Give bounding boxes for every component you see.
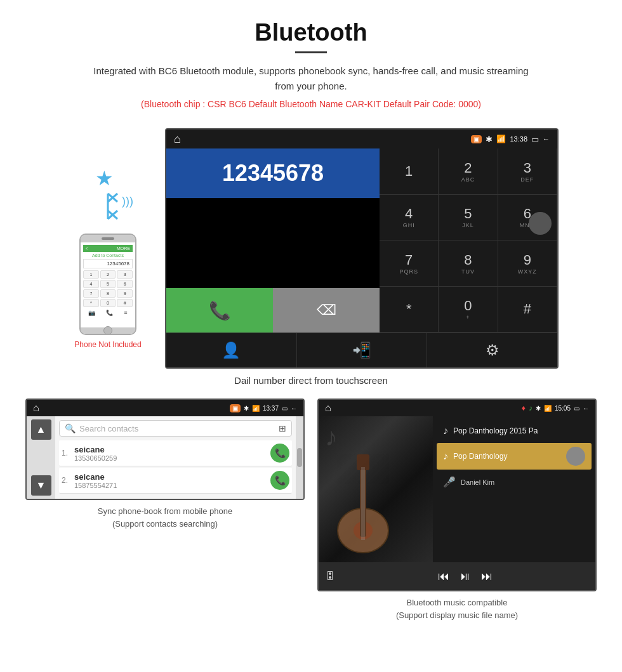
numpad-key-0[interactable]: 0 + bbox=[439, 287, 498, 333]
music-track-2-title: Pop Danthology bbox=[453, 452, 561, 461]
dialpad-orange-badge: ▣ bbox=[471, 135, 482, 143]
music-controls: 🎛 ⏮ ⏯ ⏭ bbox=[319, 562, 595, 590]
dial-call-button[interactable]: 📞 bbox=[166, 288, 273, 333]
sidebar-down-button[interactable]: ▼ bbox=[31, 475, 51, 496]
music-wifi-icon: 📶 bbox=[544, 405, 552, 412]
phone-key-hash: # bbox=[117, 299, 133, 307]
numpad-key-1[interactable]: 1 bbox=[380, 148, 439, 195]
contact-row-1: 1. seicane 13530650259 📞 bbox=[59, 440, 292, 466]
contacts-caption-line1: Sync phone-book from mobile phone bbox=[98, 506, 232, 516]
music-track-3-icon: 🎤 bbox=[443, 476, 456, 488]
phone-key-7: 7 bbox=[83, 289, 99, 298]
music-battery: ▭ bbox=[574, 405, 579, 412]
music-body: ♪ bbox=[319, 416, 595, 562]
phone-bottom-icons: 📷 📞 ≡ bbox=[83, 310, 133, 316]
nav-calls[interactable]: 📲 bbox=[297, 333, 428, 367]
dial-number-display: 12345678 bbox=[166, 148, 380, 198]
contacts-time: 13:37 bbox=[263, 405, 279, 412]
phone-number-display: 12345678 bbox=[83, 259, 133, 268]
contacts-orange-badge: ▣ bbox=[230, 404, 241, 412]
contacts-search-icon: 🔍 bbox=[65, 423, 76, 433]
dialpad-status-right: ▣ ✱ 📶 13:38 ▭ ← bbox=[471, 135, 550, 144]
dial-buttons: 📞 ⌫ bbox=[166, 288, 380, 333]
nav-contacts[interactable]: 👤 bbox=[166, 333, 297, 367]
contacts-screen: ⌂ ▣ ✱ 📶 13:37 ▭ ← ▲ ▼ bbox=[25, 399, 305, 500]
dialpad-screen: ⌂ ▣ ✱ 📶 13:38 ▭ ← 12345678 📞 bbox=[165, 128, 559, 369]
sidebar-up-button[interactable]: ▲ bbox=[31, 419, 51, 440]
contact-row-2: 2. seicane 15875554271 📞 bbox=[59, 468, 292, 494]
contact-2-call-button[interactable]: 📞 bbox=[270, 471, 289, 490]
music-prev-button[interactable]: ⏮ bbox=[438, 570, 449, 583]
contacts-bt-icon: ✱ bbox=[244, 405, 249, 412]
contacts-main: 🔍 Search contacts ⊞ 1. seicane 135306502… bbox=[55, 416, 296, 499]
music-back: ← bbox=[583, 405, 589, 412]
phone-more: MORE bbox=[117, 246, 130, 251]
music-next-button[interactable]: ⏭ bbox=[481, 570, 493, 583]
contacts-battery: ▭ bbox=[282, 405, 288, 412]
contacts-search-placeholder[interactable]: Search contacts bbox=[79, 424, 275, 433]
phone-key-9: 9 bbox=[117, 289, 133, 298]
numpad-key-star[interactable]: * bbox=[380, 287, 439, 333]
music-bt-icon: ✱ bbox=[536, 405, 541, 412]
numpad-key-3[interactable]: 3 DEF bbox=[498, 148, 557, 195]
numpad-key-8[interactable]: 8 TUV bbox=[439, 240, 498, 287]
numpad-key-2[interactable]: 2 ABC bbox=[439, 148, 498, 195]
page-title: Bluetooth bbox=[25, 19, 597, 46]
music-time: 15:05 bbox=[555, 405, 571, 412]
music-track-1[interactable]: ♪ Pop Danthology 2015 Pa bbox=[437, 421, 592, 440]
contacts-caption: Sync phone-book from mobile phone (Suppo… bbox=[98, 505, 232, 530]
bluetooth-icon-area: ★ ))) bbox=[95, 166, 121, 227]
numpad-key-6[interactable]: 6 MNO bbox=[498, 195, 557, 241]
contacts-search-bar: 🔍 Search contacts ⊞ bbox=[59, 420, 292, 437]
contact-1-call-button[interactable]: 📞 bbox=[270, 444, 289, 463]
music-item: ⌂ ♦ ♪ ✱ 📶 15:05 ▭ ← ♪ bbox=[317, 399, 597, 621]
call-icon: 📞 bbox=[209, 300, 231, 321]
dial-black-area bbox=[166, 198, 380, 288]
music-album-art: ♪ bbox=[319, 416, 433, 562]
music-track-3-artist: Daniel Kim bbox=[461, 478, 494, 486]
music-track-3[interactable]: 🎤 Daniel Kim bbox=[437, 472, 592, 492]
settings-nav-icon: ⚙ bbox=[486, 341, 500, 359]
nav-settings[interactable]: ⚙ bbox=[427, 333, 557, 367]
contact-1-num: 1. bbox=[62, 449, 74, 458]
music-equalizer-icon[interactable]: 🎛 bbox=[325, 570, 335, 582]
guitar-illustration bbox=[325, 442, 401, 556]
dialpad-status-bar: ⌂ ▣ ✱ 📶 13:38 ▭ ← bbox=[166, 129, 557, 148]
dialpad-left-panel: 12345678 📞 ⌫ bbox=[166, 148, 380, 333]
contacts-status-bar: ⌂ ▣ ✱ 📶 13:37 ▭ ← bbox=[27, 400, 303, 416]
dial-delete-button[interactable]: ⌫ bbox=[273, 288, 380, 333]
numpad-circle-indicator bbox=[529, 212, 552, 235]
contacts-nav-icon: 👤 bbox=[222, 341, 241, 359]
numpad-key-9[interactable]: 9 WXYZ bbox=[498, 240, 557, 287]
contacts-body: ▲ ▼ 🔍 Search contacts ⊞ 1. sei bbox=[27, 416, 303, 499]
music-icon2: ♪ bbox=[529, 404, 533, 412]
numpad-key-7[interactable]: 7 PQRS bbox=[380, 240, 439, 287]
bluetooth-symbol: ★ bbox=[95, 166, 121, 190]
bt-waves: ))) bbox=[122, 195, 133, 207]
dialpad-back-arrow: ← bbox=[543, 135, 550, 143]
contact-2-call-icon: 📞 bbox=[275, 475, 286, 485]
contact-1-name: seicane bbox=[74, 445, 270, 454]
phone-key-2: 2 bbox=[100, 270, 116, 279]
numpad-key-4[interactable]: 4 GHI bbox=[380, 195, 439, 241]
music-track-1-icon: ♪ bbox=[443, 425, 448, 437]
contacts-scrollbar[interactable] bbox=[296, 416, 303, 499]
music-caption-line1: Bluetooth music compatible bbox=[407, 598, 508, 607]
music-track-2[interactable]: ♪ Pop Danthology bbox=[437, 443, 592, 470]
contact-2-num: 2. bbox=[62, 476, 74, 485]
numpad-key-hash[interactable]: # bbox=[498, 287, 557, 333]
phone-bottom-bar bbox=[81, 327, 135, 334]
phone-screen: < MORE Add to Contacts 12345678 1 2 3 4 … bbox=[81, 242, 135, 327]
phone-home-button bbox=[103, 326, 112, 335]
music-track-2-icon: ♪ bbox=[443, 451, 448, 462]
contact-2-name: seicane bbox=[74, 472, 270, 482]
phone-key-1: 1 bbox=[83, 270, 99, 279]
phone-key-4: 4 bbox=[83, 280, 99, 288]
music-play-button[interactable]: ⏯ bbox=[460, 570, 471, 583]
dialpad-battery-icon: ▭ bbox=[531, 135, 539, 144]
numpad-key-5[interactable]: 5 JKL bbox=[439, 195, 498, 241]
contacts-back: ← bbox=[291, 405, 297, 412]
phone-illustration: ★ ))) bbox=[63, 166, 152, 349]
phone-key-star: * bbox=[83, 299, 99, 307]
delete-icon: ⌫ bbox=[317, 302, 336, 319]
